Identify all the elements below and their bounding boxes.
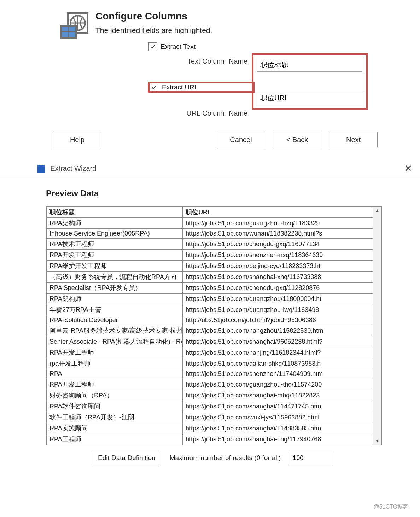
table-cell: http://ubs.51job.com/job.html?jobid=9530… — [183, 315, 373, 325]
table-cell: https://jobs.51job.com/guangzhou-thq/115… — [183, 379, 373, 390]
close-icon[interactable]: ✕ — [403, 163, 414, 174]
table-cell: 财务咨询顾问（RPA） — [47, 390, 183, 401]
table-row[interactable]: （高级）财务系统专员，流程自动化RPA方向https://jobs.51job.… — [47, 272, 373, 283]
table-row[interactable]: RPA开发工程师https://jobs.51job.com/guangzhou… — [47, 379, 373, 390]
column-header[interactable]: 职位URL — [183, 207, 373, 218]
table-cell: https://jobs.51job.com/shanghai-xhq/1167… — [183, 272, 373, 283]
table-cell: https://jobs.51job.com/shanghai-mhq/1182… — [183, 390, 373, 401]
table-cell: RPA架构师 — [47, 218, 183, 229]
table-cell: https://jobs.51job.com/wuxi-jys/11596388… — [183, 412, 373, 423]
table-cell: rpa开发工程师 — [47, 358, 183, 369]
column-header[interactable]: 职位标题 — [47, 207, 183, 218]
back-button[interactable]: < Back — [273, 132, 321, 147]
table-cell: Inhouse Service Engineer(005RPA) — [47, 229, 183, 239]
table-row[interactable]: 财务咨询顾问（RPA）https://jobs.51job.com/shangh… — [47, 390, 373, 401]
table-row[interactable]: RPA开发工程师https://jobs.51job.com/shenzhen-… — [47, 250, 373, 261]
highlighted-inputs — [252, 53, 368, 110]
help-button[interactable]: Help — [53, 132, 101, 147]
table-row[interactable]: RPAhttps://jobs.51job.com/shenzhen/11740… — [47, 369, 373, 379]
table-cell: https://jobs.51job.com/nanjing/116182344… — [183, 347, 373, 358]
extract-text-checkbox[interactable] — [148, 42, 157, 51]
extract-url-checkbox[interactable] — [150, 83, 158, 92]
table-icon — [60, 25, 77, 39]
vertical-scrollbar[interactable]: ▲ ▼ — [373, 207, 381, 445]
table-cell: 软件工程师（RPA开发）-江阴 — [47, 412, 183, 423]
table-cell: （高级）财务系统专员，流程自动化RPA方向 — [47, 272, 183, 283]
watermark: @51CTO博客 — [373, 503, 409, 511]
table-row[interactable]: RPA维护开发工程师https://jobs.51job.com/beijing… — [47, 261, 373, 272]
table-cell: https://jobs.51job.com/shanghai-cng/1179… — [183, 434, 373, 445]
max-results-label: Maximum number of results (0 for all) — [170, 454, 281, 462]
table-cell: RPA架构师 — [47, 294, 183, 304]
scroll-up-icon[interactable]: ▲ — [375, 208, 379, 213]
table-cell: https://jobs.51job.com/chengdu-gxq/11282… — [183, 283, 373, 294]
next-button[interactable]: Next — [329, 132, 378, 147]
table-cell: https://jobs.51job.com/guangzhou-lwq/116… — [183, 304, 373, 315]
edit-data-definition-button[interactable]: Edit Data Definition — [93, 452, 161, 464]
table-row[interactable]: RPA-Solution Developerhttp://ubs.51job.c… — [47, 315, 373, 325]
table-cell: RPA开发工程师 — [47, 379, 183, 390]
table-cell: https://jobs.51job.com/shanghai/11447174… — [183, 401, 373, 412]
table-cell: RPA开发工程师 — [47, 250, 183, 261]
table-row[interactable]: RPA工程师https://jobs.51job.com/shanghai-cn… — [47, 434, 373, 445]
table-row[interactable]: 阿里云-RPA服务端技术专家/高级技术专家-杭州https://jobs.51j… — [47, 325, 373, 336]
table-cell: RPA — [47, 369, 183, 379]
page-subtitle: The identified fields are highlighted. — [95, 26, 378, 35]
table-cell: https://jobs.51job.com/shenzhen/11740490… — [183, 369, 373, 379]
table-cell: RPA工程师 — [47, 434, 183, 445]
extract-text-label: Extract Text — [161, 43, 196, 51]
url-column-label: URL Column Name — [148, 109, 254, 117]
wizard-logo-icon — [37, 165, 45, 173]
table-row[interactable]: 年薪27万RPA主管https://jobs.51job.com/guangzh… — [47, 304, 373, 315]
table-row[interactable]: RPA软件咨询顾问https://jobs.51job.com/shanghai… — [47, 401, 373, 412]
table-row[interactable]: 软件工程师（RPA开发）-江阴https://jobs.51job.com/wu… — [47, 412, 373, 423]
table-row[interactable]: RPA架构师https://jobs.51job.com/guangzhou-h… — [47, 218, 373, 229]
table-row[interactable]: RPA Specialist（RPA开发专员）https://jobs.51jo… — [47, 283, 373, 294]
table-cell: https://jobs.51job.com/beijing-cyq/11828… — [183, 261, 373, 272]
table-row[interactable]: Senior Associate - RPA(机器人流程自动化) - RA_SI… — [47, 336, 373, 347]
table-cell: https://jobs.51job.com/shenzhen-nsq/1183… — [183, 250, 373, 261]
table-cell: https://jobs.51job.com/chengdu-gxq/11697… — [183, 239, 373, 250]
table-cell: https://jobs.51job.com/guangzhou/1180000… — [183, 294, 373, 304]
table-cell: https://jobs.51job.com/wuhan/118382238.h… — [183, 229, 373, 239]
table-cell: RPA技术工程师 — [47, 239, 183, 250]
table-row[interactable]: RPA架构师https://jobs.51job.com/guangzhou/1… — [47, 294, 373, 304]
table-row[interactable]: rpa开发工程师https://jobs.51job.com/dalian-sh… — [47, 358, 373, 369]
wizard-title: Extract Wizard — [50, 164, 96, 172]
table-cell: Senior Associate - RPA(机器人流程自动化) - RA_SI — [47, 336, 183, 347]
max-results-input[interactable] — [290, 452, 331, 464]
preview-table: 职位标题 职位URL RPA架构师https://jobs.51job.com/… — [46, 206, 382, 445]
table-row[interactable]: RPA技术工程师https://jobs.51job.com/chengdu-g… — [47, 239, 373, 250]
table-row[interactable]: RPA实施顾问https://jobs.51job.com/shanghai/1… — [47, 423, 373, 434]
preview-title: Preview Data — [46, 188, 382, 198]
scroll-down-icon[interactable]: ▼ — [375, 438, 379, 443]
table-cell: RPA维护开发工程师 — [47, 261, 183, 272]
table-cell: RPA-Solution Developer — [47, 315, 183, 325]
table-cell: RPA实施顾问 — [47, 423, 183, 434]
extract-url-label: Extract URL — [162, 83, 198, 91]
table-cell: https://jobs.51job.com/shanghai/96052238… — [183, 336, 373, 347]
table-row[interactable]: Inhouse Service Engineer(005RPA)https://… — [47, 229, 373, 239]
table-cell: https://jobs.51job.com/shanghai/11488358… — [183, 423, 373, 434]
wizard-icon — [42, 7, 95, 39]
table-cell: RPA开发工程师 — [47, 347, 183, 358]
cancel-button[interactable]: Cancel — [217, 132, 265, 147]
table-cell: 阿里云-RPA服务端技术专家/高级技术专家-杭州 — [47, 325, 183, 336]
table-cell: 年薪27万RPA主管 — [47, 304, 183, 315]
table-cell: https://jobs.51job.com/hangzhou/11582253… — [183, 325, 373, 336]
text-column-input[interactable] — [257, 58, 362, 72]
table-cell: https://jobs.51job.com/dalian-shkq/11087… — [183, 358, 373, 369]
url-column-input[interactable] — [257, 91, 362, 105]
table-cell: RPA Specialist（RPA开发专员） — [47, 283, 183, 294]
table-row[interactable]: RPA开发工程师https://jobs.51job.com/nanjing/1… — [47, 347, 373, 358]
page-title: Configure Columns — [95, 11, 378, 22]
table-cell: RPA软件咨询顾问 — [47, 401, 183, 412]
table-cell: https://jobs.51job.com/guangzhou-hzq/118… — [183, 218, 373, 229]
text-column-label: Text Column Name — [148, 57, 254, 65]
